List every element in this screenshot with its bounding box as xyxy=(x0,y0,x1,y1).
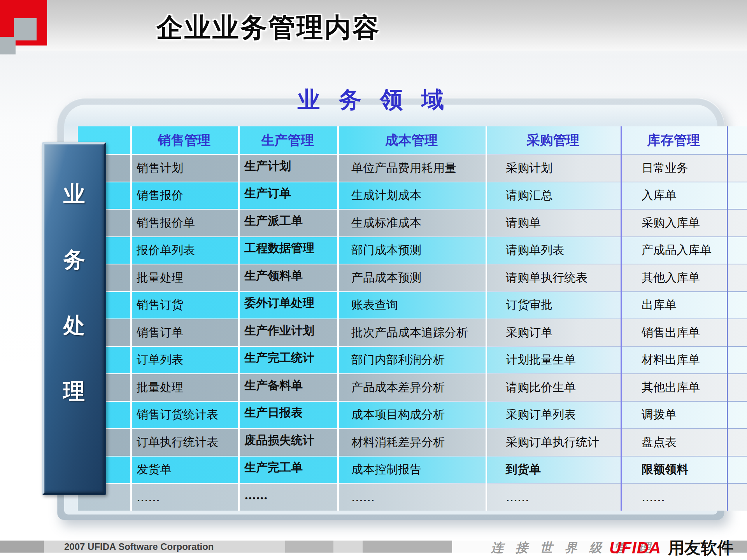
table-cell: 请购单 xyxy=(486,210,621,236)
table-cell: 日常业务 xyxy=(621,155,727,182)
table-filler-cell xyxy=(727,374,747,401)
side-label-char: 处 xyxy=(63,314,85,336)
side-label-bar: 业 务 处 理 xyxy=(42,142,106,495)
table-cell: 产成品入库单 xyxy=(621,237,727,264)
table-row: 订单列表生产完工统计部门内部利润分析计划批量生单材料出库单 xyxy=(78,347,747,374)
table-cell: 订单执行统计表 xyxy=(130,429,238,456)
table-cell: 产品成本预测 xyxy=(337,264,486,291)
table-filler-cell xyxy=(727,264,747,291)
table-cell: 请购比价生单 xyxy=(486,374,621,401)
table-cell: 材料消耗差异分析 xyxy=(337,429,486,456)
table-cell: 限额领料 xyxy=(621,457,727,483)
table-cell: 单位产品费用耗用量 xyxy=(337,155,486,182)
table-cell: 出库单 xyxy=(621,292,727,319)
footer-segment xyxy=(285,541,333,553)
table-cell: 到货单 xyxy=(486,457,621,483)
table-cell: 部门成本预测 xyxy=(337,237,486,264)
table-cell: 销售计划 xyxy=(130,155,238,182)
column-divider xyxy=(337,126,339,511)
table-cell: 生产计划 xyxy=(238,153,337,180)
table-row: 销售报价单生产派工单生成标准成本请购单采购入库单 xyxy=(78,210,747,236)
table-cell: 销售订货统计表 xyxy=(130,402,238,429)
page-title: 企业业务管理内容 xyxy=(156,10,381,46)
table-cell: 盘点表 xyxy=(621,429,727,456)
table-row: 批量处理生产备料单产品成本差异分析请购比价生单其他出库单 xyxy=(78,374,747,401)
side-label-char: 务 xyxy=(63,248,85,270)
brand-logo-cn: 用友软件 xyxy=(668,538,733,557)
logo-gray-square-small xyxy=(0,37,16,54)
table-cell: …… xyxy=(238,482,337,509)
table-filler-cell xyxy=(727,347,747,374)
column-header: 成本管理 xyxy=(337,126,486,154)
presentation-slide: 企业业务管理内容 业 务 领 域 销售管理生产管理成本管理采购管理库存管理销售计… xyxy=(0,0,747,560)
table-cell: 部门内部利润分析 xyxy=(337,347,486,374)
side-label-char: 理 xyxy=(63,380,85,402)
table-cell: 调拨单 xyxy=(621,402,727,429)
column-divider xyxy=(238,126,240,511)
table-cell: 其他出库单 xyxy=(621,374,727,401)
side-label-char: 业 xyxy=(63,183,85,205)
table-cell: …… xyxy=(621,484,727,511)
table-filler-cell xyxy=(727,182,747,209)
copyright-text: 2007 UFIDA Software Corporation xyxy=(64,541,214,552)
table-cell: 计划批量生单 xyxy=(486,347,621,374)
table-cell: 请购汇总 xyxy=(486,182,621,209)
table-cell: 生产作业计划 xyxy=(238,317,337,344)
table-row: 销售报价生产订单生成计划成本请购汇总入库单 xyxy=(78,182,747,209)
table-cell: 订货审批 xyxy=(486,292,621,319)
table-cell: 订单列表 xyxy=(130,347,238,374)
table-cell: 请购单执行统表 xyxy=(486,264,621,291)
table-cell: 采购入库单 xyxy=(621,210,727,236)
table-cell: 销售报价单 xyxy=(130,210,238,236)
table-filler-cell xyxy=(727,126,747,154)
table-cell: 批量处理 xyxy=(130,264,238,291)
table-filler-cell xyxy=(727,292,747,319)
table-cell: 材料出库单 xyxy=(621,347,727,374)
table-cell: 生产完工统计 xyxy=(238,345,337,372)
table-cell: 废品损失统计 xyxy=(238,427,337,454)
table-cell: 销售出库单 xyxy=(621,319,727,346)
table-filler-cell xyxy=(727,457,747,483)
table-row: 订单执行统计表废品损失统计材料消耗差异分析采购订单执行统计盘点表 xyxy=(78,429,747,456)
table-cell: 生产备料单 xyxy=(238,372,337,399)
table-cell: 委外订单处理 xyxy=(238,290,337,317)
table-filler-cell xyxy=(727,402,747,429)
column-header: 销售管理 xyxy=(130,126,238,154)
table-cell: 批次产品成本追踪分析 xyxy=(337,319,486,346)
header-band: 企业业务管理内容 xyxy=(0,0,747,51)
column-divider-accent xyxy=(621,126,622,511)
brand-logo-en: UFIDA xyxy=(609,539,661,557)
footer-segment xyxy=(0,541,44,553)
column-header: 库存管理 xyxy=(621,126,727,154)
table-cell: 采购订单列表 xyxy=(486,402,621,429)
table-filler-cell xyxy=(727,237,747,264)
column-header: 采购管理 xyxy=(486,126,621,154)
table-filler-cell xyxy=(727,429,747,456)
table-row: 销售订货委外订单处理账表查询订货审批出库单 xyxy=(78,292,747,319)
table-filler-cell xyxy=(727,155,747,182)
table-row: 销售订货统计表生产日报表成本项目构成分析采购订单列表调拨单 xyxy=(78,402,747,429)
table-cell: 销售报价 xyxy=(130,182,238,209)
table-row: 报价单列表工程数据管理部门成本预测请购单列表产成品入库单 xyxy=(78,237,747,264)
table-cell: 成本控制报告 xyxy=(337,457,486,483)
table-row: 发货单生产完工单成本控制报告到货单限额领料 xyxy=(78,457,747,483)
table-row: 批量处理生产领料单产品成本预测请购单执行统表其他入库单 xyxy=(78,264,747,291)
column-divider xyxy=(130,126,132,511)
table-cell: 生产派工单 xyxy=(238,208,337,234)
table-cell: 账表查询 xyxy=(337,292,486,319)
column-header: 生产管理 xyxy=(238,126,337,154)
footer-segment xyxy=(363,541,452,553)
table-cell: …… xyxy=(337,484,486,511)
table-cell: 生成计划成本 xyxy=(337,182,486,209)
table-row: 销售计划生产计划单位产品费用耗用量采购计划日常业务 xyxy=(78,155,747,182)
table-row: ………………………… xyxy=(78,484,747,511)
brand-logo: UFIDA 用友软件 xyxy=(609,537,733,559)
column-divider-accent xyxy=(727,126,728,511)
table-filler-cell xyxy=(727,210,747,236)
table-cell: 生成标准成本 xyxy=(337,210,486,236)
table-cell: 采购计划 xyxy=(486,155,621,182)
table-filler-cell xyxy=(727,484,747,511)
table-cell: 产品成本差异分析 xyxy=(337,374,486,401)
table-header-row: 销售管理生产管理成本管理采购管理库存管理 xyxy=(78,126,747,154)
table-row: 销售订单生产作业计划批次产品成本追踪分析采购订单销售出库单 xyxy=(78,319,747,346)
